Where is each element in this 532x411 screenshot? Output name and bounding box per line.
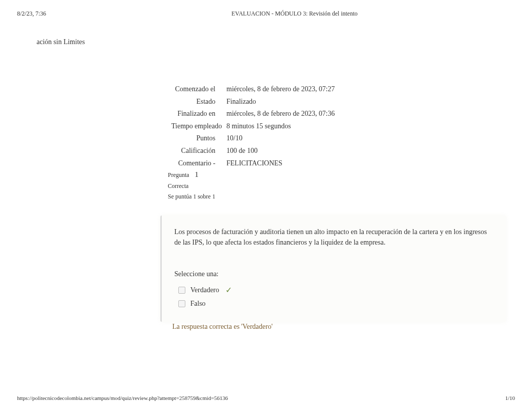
footer-page: 1/10 <box>505 395 515 401</box>
summary-value: 100 de 100 <box>226 146 335 156</box>
summary-table: Comenzado el miércoles, 8 de febrero de … <box>171 84 335 170</box>
summary-label: Tiempo empleado <box>171 121 226 131</box>
select-prompt: Seleccione una: <box>174 270 493 278</box>
summary-row: Estado Finalizado <box>171 97 335 107</box>
summary-value: miércoles, 8 de febrero de 2023, 07:27 <box>226 84 335 94</box>
question-box: Los procesos de facturación y auditoria … <box>160 216 506 322</box>
header-title: EVALUACION - MÓDULO 3: Revisión del inte… <box>231 10 358 18</box>
question-status: Correcta <box>168 182 188 190</box>
summary-value: 8 minutos 15 segundos <box>226 121 335 131</box>
summary-row: Puntos 10/10 <box>171 133 335 143</box>
summary-row: Comentario - FELICITACIONES <box>171 158 335 168</box>
question-text: Los procesos de facturación y auditoria … <box>174 227 493 248</box>
option-row-falso: Falso <box>174 300 493 308</box>
summary-row: Tiempo empleado 8 minutos 15 segundos <box>171 121 335 131</box>
summary-label: Puntos <box>171 133 226 143</box>
summary-value: miércoles, 8 de febrero de 2023, 07:36 <box>226 109 335 119</box>
summary-row: Comenzado el miércoles, 8 de febrero de … <box>171 84 335 94</box>
question-score: Se puntúa 1 sobre 1 <box>168 193 215 200</box>
summary-row: Finalizado en miércoles, 8 de febrero de… <box>171 109 335 119</box>
summary-label: Comenzado el <box>171 84 226 94</box>
footer-url: https://politecnicodecolombia.net/campus… <box>17 395 228 401</box>
header-timestamp: 8/2/23, 7:36 <box>17 10 46 18</box>
option-row-verdadero: Verdadero ✓ <box>174 285 493 295</box>
summary-row: Calificación 100 de 100 <box>171 146 335 156</box>
summary-label: Estado <box>171 97 226 107</box>
radio-icon[interactable] <box>178 300 185 307</box>
summary-label: Calificación <box>171 146 226 156</box>
summary-value: Finalizado <box>226 97 335 107</box>
correct-answer: La respuesta correcta es 'Verdadero' <box>172 323 273 331</box>
summary-label: Finalizado en <box>171 109 226 119</box>
question-header: Pregunta 1 <box>168 170 198 179</box>
summary-value: FELICITACIONES <box>226 158 335 168</box>
radio-icon[interactable] <box>178 287 185 294</box>
option-text: Falso <box>190 300 205 308</box>
summary-label: Comentario - <box>171 158 226 168</box>
summary-value: 10/10 <box>226 133 335 143</box>
question-number: 1 <box>195 170 199 178</box>
check-icon: ✓ <box>225 285 232 295</box>
option-text: Verdadero <box>190 286 219 294</box>
page-subtitle: ación sin Limites <box>37 38 85 46</box>
question-label: Pregunta <box>168 171 189 178</box>
